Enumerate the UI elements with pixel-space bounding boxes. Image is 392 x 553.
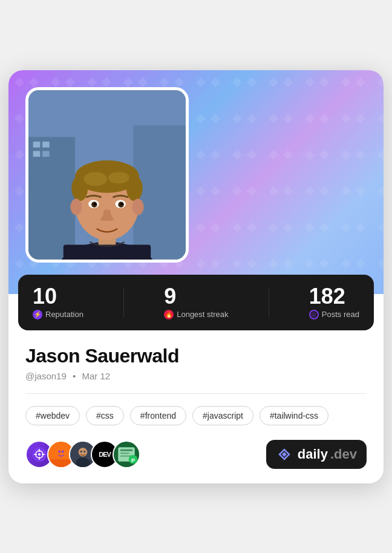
stat-streak-label: 🔥 Longest streak bbox=[164, 310, 228, 319]
brand-container: daily.dev bbox=[266, 440, 367, 469]
tag-frontend[interactable]: #frontend bbox=[130, 406, 186, 425]
svg-rect-5 bbox=[42, 142, 50, 148]
user-name: Jason Sauerwald bbox=[25, 345, 367, 367]
tag-tailwind[interactable]: #tailwind-css bbox=[260, 406, 328, 425]
svg-point-42 bbox=[83, 451, 85, 453]
card-body: Jason Sauerwald @jason19 • Mar 12 #webde… bbox=[8, 330, 384, 425]
card-footer: DEV P daily.dev bbox=[8, 440, 384, 483]
svg-point-23 bbox=[120, 203, 123, 205]
svg-point-22 bbox=[94, 203, 96, 205]
profile-card: 10 ⚡ Reputation 9 🔥 Longest streak 182 ◎… bbox=[8, 70, 384, 483]
svg-point-41 bbox=[80, 451, 82, 453]
posts-icon: ◎ bbox=[309, 310, 319, 319]
user-date: Mar 12 bbox=[82, 371, 110, 381]
stat-posts-value: 182 bbox=[309, 286, 345, 307]
svg-rect-47 bbox=[120, 455, 131, 456]
svg-point-40 bbox=[76, 457, 90, 467]
svg-rect-45 bbox=[120, 449, 132, 451]
stat-reputation: 10 ⚡ Reputation bbox=[33, 286, 83, 319]
meta-dot: • bbox=[73, 371, 76, 381]
avatars-group: DEV P bbox=[25, 440, 140, 468]
brand-text: daily.dev bbox=[298, 447, 357, 462]
svg-point-31 bbox=[38, 453, 41, 456]
stat-reputation-value: 10 bbox=[33, 286, 57, 307]
svg-rect-7 bbox=[42, 151, 50, 157]
svg-rect-4 bbox=[33, 142, 41, 148]
stat-posts: 182 ◎ Posts read bbox=[309, 286, 359, 319]
svg-point-16 bbox=[70, 198, 82, 215]
stat-posts-label: ◎ Posts read bbox=[309, 310, 359, 319]
tag-webdev[interactable]: #webdev bbox=[25, 406, 80, 425]
svg-rect-24 bbox=[64, 244, 151, 259]
stats-bar: 10 ⚡ Reputation 9 🔥 Longest streak 182 ◎… bbox=[18, 275, 374, 330]
stat-streak-value: 9 bbox=[164, 286, 176, 307]
stat-divider-2 bbox=[269, 287, 269, 318]
stat-divider-1 bbox=[123, 287, 124, 318]
tags-container: #webdev #css #frontend #javascript #tail… bbox=[25, 406, 367, 425]
svg-point-15 bbox=[108, 172, 129, 183]
brand-logo-icon bbox=[276, 446, 293, 463]
tag-javascript[interactable]: #javascript bbox=[192, 406, 253, 425]
stat-reputation-label: ⚡ Reputation bbox=[33, 310, 83, 319]
svg-point-36 bbox=[62, 450, 64, 453]
brand-daily: daily bbox=[298, 447, 328, 462]
tag-css[interactable]: #css bbox=[86, 406, 124, 425]
user-handle: @jason19 bbox=[25, 371, 67, 381]
reputation-icon: ⚡ bbox=[33, 310, 42, 319]
svg-rect-46 bbox=[120, 453, 129, 454]
card-header bbox=[8, 70, 384, 294]
svg-point-14 bbox=[83, 172, 107, 186]
stat-streak: 9 🔥 Longest streak bbox=[164, 286, 228, 319]
svg-point-35 bbox=[58, 450, 60, 453]
brand-dev: .dev bbox=[330, 447, 357, 462]
user-meta: @jason19 • Mar 12 bbox=[25, 371, 367, 381]
svg-point-17 bbox=[132, 198, 143, 215]
svg-text:P: P bbox=[131, 457, 135, 463]
avatar-5: P bbox=[113, 440, 140, 468]
profile-photo bbox=[25, 87, 189, 263]
section-divider bbox=[25, 393, 367, 394]
streak-icon: 🔥 bbox=[164, 310, 174, 319]
svg-rect-6 bbox=[33, 151, 41, 157]
